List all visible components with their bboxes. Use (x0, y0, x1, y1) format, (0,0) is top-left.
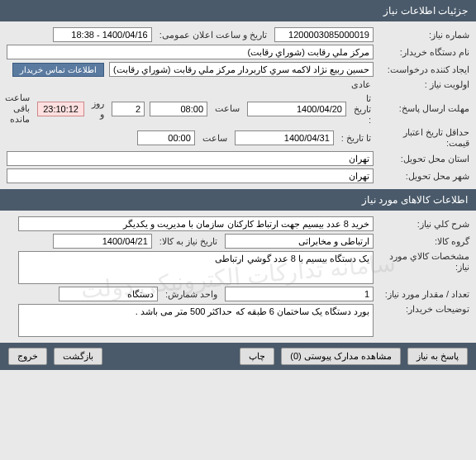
need-summary-field[interactable] (18, 216, 374, 231)
public-announce-field[interactable] (53, 27, 152, 42)
label-to-date-2: تا تاریخ : (339, 133, 374, 144)
qty-field[interactable] (225, 287, 374, 301)
province-field[interactable] (7, 151, 374, 166)
unit-field[interactable] (59, 287, 158, 301)
label-priority: اولویت نیاز : (378, 79, 469, 90)
section-header-need-details: جزئیات اطلاعات نیاز (0, 0, 476, 21)
valid-date-field[interactable] (235, 130, 334, 145)
label-buyer-org: نام دستگاه خریدار: (378, 47, 469, 58)
label-request-creator: ایجاد کننده درخواست: (378, 64, 469, 75)
goods-spec-field[interactable] (18, 251, 374, 284)
label-need-summary: شرح کلي نیاز: (378, 219, 469, 230)
need-no-field[interactable] (274, 27, 374, 42)
label-response-deadline: مهلت ارسال پاسخ: (378, 103, 469, 114)
label-need-goods-date: تاریخ نیاز به کالا: (157, 236, 220, 247)
goods-group-field[interactable] (225, 234, 374, 249)
need-details-content: شماره نیاز: تاریخ و ساعت اعلان عمومی: نا… (0, 21, 476, 189)
label-need-no: شماره نیاز: (378, 30, 469, 40)
label-to-date-1: تا تاریخ : (351, 93, 374, 125)
label-time-1: ساعت (212, 103, 242, 114)
label-days-and: روز و (89, 98, 107, 120)
days-left-field (112, 102, 145, 116)
goods-content: سامانه تدارکات الکترونیکی دولت شرح کلي ن… (0, 211, 476, 343)
label-city: شهر محل تحویل: (378, 171, 469, 182)
button-bar: پاسخ به نیاز مشاهده مدارک پیوستی (0) چاپ… (0, 343, 476, 370)
label-province: استان محل تحویل: (378, 154, 469, 164)
respond-button[interactable]: پاسخ به نیاز (407, 348, 468, 365)
back-button[interactable]: بازگشت (54, 348, 102, 365)
print-button[interactable]: چاپ (240, 348, 274, 365)
label-public-announce: تاریخ و ساعت اعلان عمومی: (157, 30, 269, 40)
label-qty: تعداد / مقدار مورد نیاز: (378, 289, 469, 300)
label-time-2: ساعت (200, 133, 230, 144)
response-date-field[interactable] (247, 102, 346, 116)
exit-button[interactable]: خروج (8, 348, 47, 365)
label-goods-group: گروه کالا: (378, 236, 469, 247)
request-creator-field[interactable] (109, 62, 374, 77)
label-buyer-notes: توضیحات خریدار: (378, 304, 469, 315)
need-goods-date-field[interactable] (53, 234, 152, 249)
valid-time-field[interactable] (137, 130, 195, 145)
label-min-valid: حداقل تاریخ اعتبار قیمت: (378, 127, 469, 149)
label-goods-spec: مشخصات کالاي مورد نياز: (378, 251, 469, 273)
priority-value: عادی (349, 79, 374, 90)
contact-buyer-button[interactable]: اطلاعات تماس خریدار (12, 63, 104, 77)
label-hours-remaining: ساعت باقی مانده (2, 92, 32, 125)
countdown-timer: 23:10:12 (37, 102, 84, 116)
section-header-goods: اطلاعات کالاهای مورد نیاز (0, 189, 476, 211)
response-time-field[interactable] (150, 102, 207, 116)
attachments-button[interactable]: مشاهده مدارک پیوستی (0) (281, 348, 401, 365)
city-field[interactable] (7, 168, 374, 183)
label-unit: واحد شمارش: (163, 289, 220, 300)
buyer-notes-field[interactable] (18, 304, 374, 337)
buyer-org-field[interactable] (7, 45, 374, 59)
